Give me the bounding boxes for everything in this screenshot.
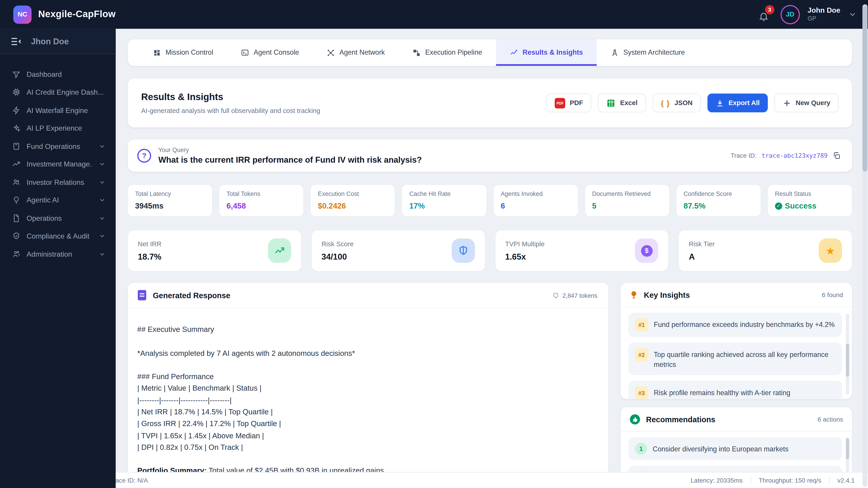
- recommendation-text: Consider diversifying into European mark…: [653, 443, 788, 454]
- page-header: Results & Insights AI-generated analysis…: [127, 78, 852, 128]
- export-pdf-button[interactable]: PDF PDF: [547, 94, 591, 112]
- metric-label: Total Latency: [135, 190, 205, 197]
- export-json-button[interactable]: { } JSON: [652, 94, 701, 112]
- copy-icon[interactable]: [833, 151, 841, 160]
- chevron-down-icon: [98, 232, 106, 240]
- sidebar-item-fund-operations[interactable]: Fund Operations: [0, 137, 116, 155]
- funnel-icon: [12, 70, 21, 78]
- tab-agent-console[interactable]: Agent Console: [227, 39, 313, 66]
- kpi-label: Risk Score: [321, 240, 353, 248]
- app-root: NC Nexgile-CapFlow 3 JD John Doe GP: [0, 0, 868, 488]
- metric-value: $0.2426: [318, 201, 388, 210]
- chevron-down-icon: [98, 251, 106, 258]
- kpi-label: Risk Tier: [689, 240, 715, 248]
- notifications-button[interactable]: 3: [758, 7, 773, 22]
- grid-icon: [153, 48, 161, 57]
- users-icon: [12, 250, 21, 258]
- response-line: [137, 359, 597, 371]
- sidebar-item-compliance-audit[interactable]: Compliance & Audit: [0, 227, 116, 245]
- lightbulb-icon: [12, 196, 21, 204]
- recommendations-title: Recommendations: [646, 415, 812, 424]
- query-texts: Your Query What is the current IRR perfo…: [158, 147, 731, 164]
- kpi-icon-box: ★: [819, 238, 842, 263]
- chevron-down-icon[interactable]: [848, 10, 857, 19]
- tab-agent-network[interactable]: Agent Network: [313, 39, 399, 66]
- metric-card: Total Tokens 6,458: [219, 184, 304, 217]
- tab-results-insights[interactable]: Results & Insights: [496, 39, 597, 66]
- response-line: | Net IRR | 18.7% | 14.5% | Top Quartile…: [137, 406, 597, 418]
- sidebar-item-investment-management[interactable]: Investment Manage...: [0, 155, 116, 173]
- trace-id-value: trace-abc123xyz789: [762, 152, 828, 159]
- page-scrollbar-thumb[interactable]: [863, 5, 868, 171]
- response-line: | TVPI | 1.65x | 1.45x | Above Median |: [137, 430, 597, 442]
- tab-system-architecture[interactable]: System Architecture: [597, 39, 699, 66]
- sidebar-item-label: Administration: [27, 250, 92, 258]
- insights-count: 6 found: [822, 291, 843, 298]
- insights-list: #1 Fund performance exceeds industry ben…: [620, 307, 852, 399]
- insights-title: Key Insights: [644, 290, 816, 299]
- response-body: ## Executive Summary *Analysis completed…: [128, 308, 609, 477]
- insight-text: Fund performance exceeds industry benchm…: [654, 318, 835, 330]
- sidebar-item-administration[interactable]: Administration: [0, 245, 116, 263]
- export-excel-button[interactable]: Excel: [598, 94, 646, 112]
- document-icon: [137, 289, 147, 301]
- tokens-counter: 2,847 tokens: [553, 292, 597, 298]
- insight-item: #3 Risk profile remains healthy with A-t…: [628, 381, 842, 400]
- lightbulb-icon: [629, 290, 638, 299]
- status-latency: Latency: 20335ms: [690, 477, 743, 484]
- tab-execution-pipeline[interactable]: Execution Pipeline: [399, 39, 496, 66]
- chevron-down-icon: [98, 142, 106, 150]
- sidebar-item-label: Investment Manage...: [27, 160, 92, 168]
- recommendations-header: Recommendations 6 actions: [620, 407, 852, 431]
- file-icon: [12, 214, 21, 222]
- avatar[interactable]: JD: [780, 5, 800, 24]
- pipeline-icon: [412, 48, 421, 57]
- json-braces-icon: { }: [661, 99, 670, 107]
- sidebar-item-ai-lp-experience[interactable]: AI LP Experience: [0, 119, 116, 137]
- kpi-icon-box: [452, 238, 475, 263]
- pdf-icon: PDF: [555, 98, 565, 108]
- sidebar-item-agentic-ai[interactable]: Agentic AI: [0, 191, 116, 209]
- sidebar-item-label: Dashboard: [27, 70, 106, 78]
- response-line: |--------|-------|-----------|--------|: [137, 394, 597, 406]
- sidebar-item-label: AI Credit Engine Dash...: [27, 88, 106, 96]
- question-circle-icon: ?: [137, 149, 151, 162]
- response-line: | Metric | Value | Benchmark | Status |: [137, 383, 597, 394]
- kpi-value: 18.7%: [138, 252, 162, 261]
- sidebar-item-dashboard[interactable]: Dashboard: [0, 65, 116, 84]
- kpi-row: Net IRR 18.7% Risk Score 34/100: [127, 230, 852, 271]
- sidebar-item-operations[interactable]: Operations: [0, 209, 116, 227]
- metric-label: Cache Hit Rate: [409, 190, 479, 197]
- sidebar-item-investor-relations[interactable]: Investor Relations: [0, 173, 116, 191]
- response-title: Generated Response: [153, 291, 230, 300]
- insights-chart-icon: [510, 48, 518, 57]
- response-line: [137, 335, 597, 347]
- insight-text: Top quartile ranking achieved across all…: [654, 348, 835, 369]
- tab-mission-control[interactable]: Mission Control: [139, 39, 227, 66]
- page-header-titles: Results & Insights AI-generated analysis…: [141, 92, 320, 114]
- sidebar-item-ai-credit-engine[interactable]: AI Credit Engine Dash...: [0, 84, 116, 101]
- metric-value: 3945ms: [135, 201, 205, 210]
- response-line: ### Fund Performance: [137, 371, 597, 383]
- insight-rank-badge: #2: [635, 348, 648, 361]
- check-circle-icon: ✓: [775, 202, 782, 209]
- sparkles-icon: [12, 124, 21, 132]
- recommendation-number-badge: 1: [635, 443, 647, 455]
- recommendations-scrollbar-thumb[interactable]: [846, 438, 849, 459]
- insight-rank-badge: #1: [635, 318, 648, 331]
- status-throughput: Throughput: 150 req/s: [758, 477, 821, 484]
- insights-scrollbar-thumb[interactable]: [846, 344, 849, 377]
- sidebar-item-label: Agentic AI: [27, 196, 92, 204]
- new-query-button[interactable]: New Query: [775, 94, 839, 112]
- thumbs-up-icon: [629, 414, 640, 425]
- metric-card: Cache Hit Rate 17%: [401, 184, 487, 217]
- status-bar: Trace ID: N/A Latency: 20335ms Throughpu…: [116, 472, 868, 488]
- export-all-button[interactable]: Export All: [708, 94, 768, 112]
- sidebar-item-ai-waterfall-engine[interactable]: AI Waterfall Engine: [0, 101, 116, 119]
- status-right: Latency: 20335ms Throughput: 150 req/s v…: [690, 477, 855, 484]
- kpi-icon-box: [268, 238, 291, 263]
- tab-bar: Mission Control Agent Console Agent Netw…: [127, 39, 852, 66]
- metric-label: Confidence Score: [684, 190, 753, 197]
- star-icon: ★: [826, 246, 835, 256]
- sidebar-collapse-icon[interactable]: [10, 35, 22, 47]
